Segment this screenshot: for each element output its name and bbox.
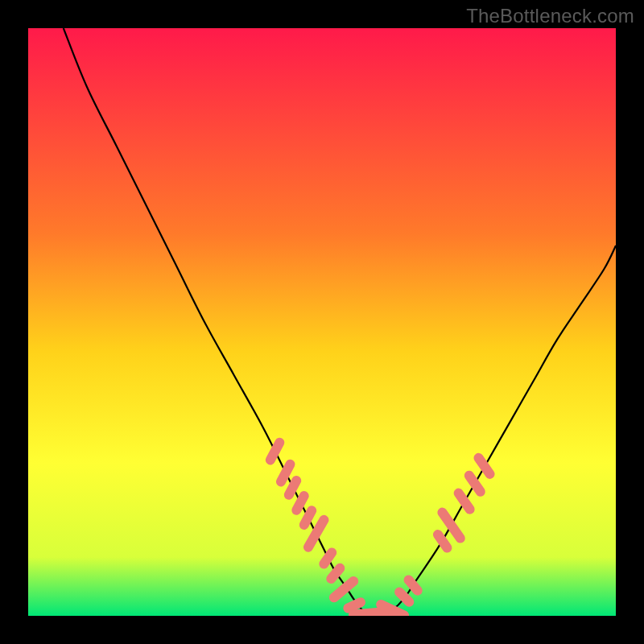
- chart-frame: TheBottleneck.com: [0, 0, 644, 644]
- bottleneck-plot: [28, 28, 616, 616]
- watermark-text: TheBottleneck.com: [466, 5, 634, 27]
- plot-svg: [28, 28, 616, 616]
